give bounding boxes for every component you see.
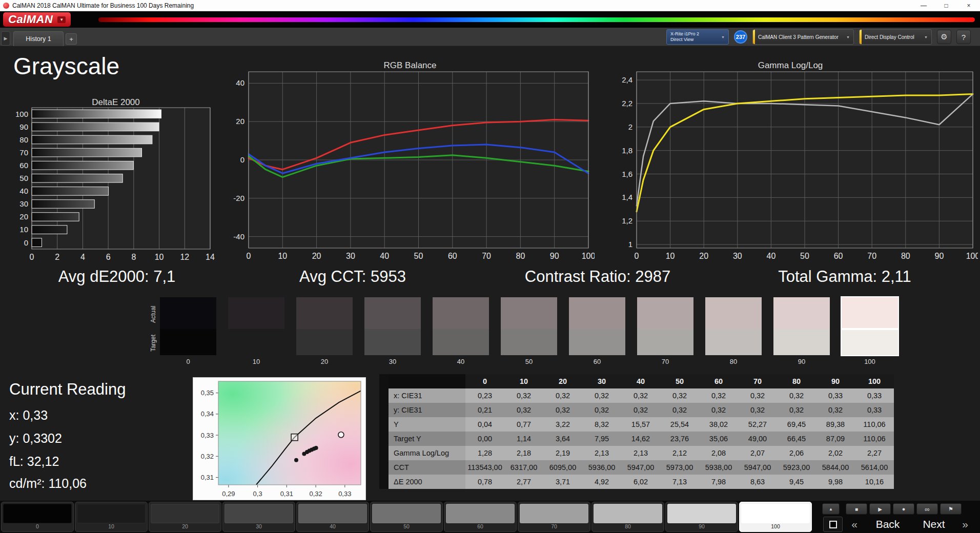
pattern-generator-dropdown[interactable]: CalMAN Client 3 Pattern Generator ▼ (752, 29, 854, 45)
app-icon (3, 3, 9, 9)
close-button[interactable]: × (957, 0, 980, 11)
svg-text:50: 50 (414, 252, 423, 260)
tab-scroll-button[interactable]: ▶ (1, 31, 10, 46)
meter-name: X-Rite i1Pro 2 (670, 31, 699, 37)
avg-de2000-stat: Avg dE2000: 7,1 (58, 268, 176, 286)
calman-menu-button[interactable]: CalMAN ▼ (3, 12, 71, 27)
svg-text:50: 50 (800, 252, 809, 260)
current-reading-title: Current Reading (9, 380, 126, 399)
swatch-actual-color (160, 297, 216, 329)
avg-cct-stat: Avg CCT: 5953 (299, 268, 406, 286)
table-cell: 89,38 (816, 417, 855, 432)
svg-text:90: 90 (935, 252, 944, 260)
chevron-down-icon: ▼ (718, 35, 725, 39)
svg-text:10: 10 (278, 252, 287, 260)
table-cell: 0,04 (465, 417, 504, 432)
table-cell: 6,02 (621, 475, 660, 489)
swatch-label: 20 (296, 358, 353, 365)
record-icon[interactable]: ● (893, 503, 914, 515)
loop-icon[interactable]: ∞ (916, 503, 938, 515)
row-label: y: CIE31 (389, 403, 465, 417)
table-cell: 66,45 (777, 432, 816, 446)
patch-color (224, 504, 293, 523)
table-cell: 15,57 (621, 417, 660, 432)
stop-icon[interactable]: ■ (846, 503, 867, 515)
svg-text:0,32: 0,32 (201, 453, 214, 460)
swatch-target-color (228, 329, 284, 355)
table-cell: 2,13 (582, 446, 621, 460)
table-cell: 23,76 (660, 432, 699, 446)
pattern-patch-60[interactable]: 60 (444, 502, 517, 532)
pattern-patch-30[interactable]: 30 (222, 502, 295, 532)
swatch-60: 60 (569, 297, 625, 365)
svg-text:0,33: 0,33 (201, 432, 214, 439)
swatch-actual-color (296, 297, 353, 329)
swatch-actual-color (433, 297, 489, 329)
swatch-target-color (773, 329, 830, 355)
table-cell: 10,16 (855, 475, 894, 489)
title-bar: CalMAN 2018 CalMAN Ultimate for Business… (0, 0, 980, 11)
meter-mode: Direct View (670, 37, 699, 43)
current-reading-fl: fL: 32,12 (9, 454, 59, 469)
table-cell: 0,32 (699, 403, 738, 417)
gear-icon[interactable]: ⚙ (937, 30, 951, 44)
chevron-down-icon: ▼ (57, 16, 66, 23)
pattern-strip-bar: 0102030405060708090100 ▲ ■ ▶ ● ∞ ⚑ « Bac… (0, 501, 980, 533)
current-reading-x: x: 0,33 (9, 408, 48, 423)
pattern-patch-10[interactable]: 10 (75, 502, 148, 532)
help-button[interactable]: ? (956, 30, 971, 44)
table-cell: 69,45 (777, 417, 816, 432)
svg-text:0: 0 (247, 252, 251, 260)
table-cell: 3,71 (543, 475, 582, 489)
minimize-button[interactable]: — (912, 0, 935, 11)
table-cell: 2,08 (699, 446, 738, 460)
swatch-target-color (160, 329, 216, 355)
svg-text:0,34: 0,34 (201, 410, 214, 418)
back-chevron-icon[interactable]: « (846, 517, 863, 531)
svg-text:70: 70 (867, 252, 876, 260)
pattern-patch-50[interactable]: 50 (370, 502, 443, 532)
table-cell: 52,27 (738, 417, 777, 432)
contrast-ratio-stat: Contrast Ratio: 2987 (525, 268, 670, 286)
pattern-patch-0[interactable]: 0 (1, 502, 74, 532)
svg-text:1: 1 (628, 240, 632, 249)
meter-dropdown[interactable]: X-Rite i1Pro 2 Direct View ▼ (666, 29, 729, 45)
table-cell: 0,00 (465, 432, 504, 446)
next-chevron-icon[interactable]: » (956, 517, 974, 531)
patch-label: 100 (741, 523, 810, 530)
play-icon[interactable]: ▶ (869, 503, 891, 515)
eject-icon[interactable]: ▲ (822, 503, 840, 515)
pattern-patch-70[interactable]: 70 (518, 502, 590, 532)
maximize-button[interactable]: □ (935, 0, 957, 11)
pattern-patch-40[interactable]: 40 (296, 502, 369, 532)
table-column-header: 60 (699, 374, 738, 388)
display-control-dropdown[interactable]: Direct Display Control ▼ (859, 29, 932, 45)
table-cell: 1,14 (504, 432, 543, 446)
table-cell: 0,33 (855, 403, 894, 417)
table-cell: 2,12 (660, 446, 699, 460)
svg-text:-20: -20 (233, 194, 244, 202)
table-row: Target Y0,001,143,647,9514,6223,7635,064… (389, 432, 894, 446)
pattern-window-button[interactable] (823, 517, 843, 532)
next-button[interactable]: Next (913, 517, 954, 531)
pattern-patch-90[interactable]: 90 (665, 502, 738, 532)
svg-text:40: 40 (19, 187, 28, 195)
add-tab-button[interactable]: + (66, 33, 77, 45)
svg-text:80: 80 (19, 135, 28, 144)
pattern-patch-20[interactable]: 20 (149, 502, 221, 532)
back-button[interactable]: Back (865, 517, 910, 531)
swatch-70: 70 (637, 297, 693, 365)
swatch-label: 50 (501, 358, 557, 365)
swatch-80: 80 (705, 297, 762, 365)
tab-history-1[interactable]: History 1 (13, 31, 64, 46)
flag-icon[interactable]: ⚑ (940, 503, 962, 515)
pattern-patch-100[interactable]: 100 (739, 502, 812, 532)
table-cell: 5614,00 (855, 460, 894, 475)
pattern-patch-80[interactable]: 80 (591, 502, 664, 532)
table-cell: 2,77 (504, 475, 543, 489)
actual-row-label: Actual (150, 299, 157, 329)
svg-text:0: 0 (30, 253, 34, 261)
table-cell: 0,32 (699, 388, 738, 403)
table-cell: 8,63 (738, 475, 777, 489)
meter-count-badge[interactable]: 237 (734, 30, 747, 44)
